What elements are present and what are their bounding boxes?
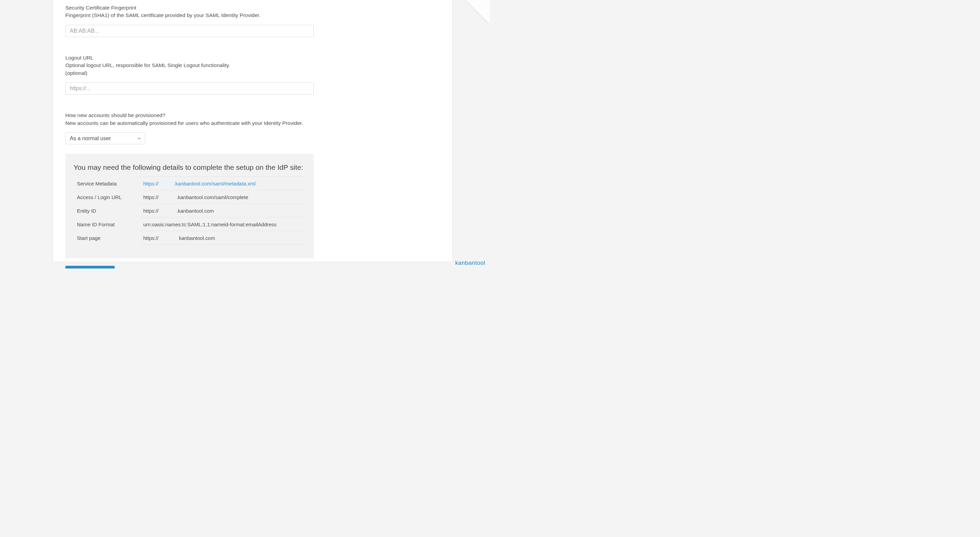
detail-label-login: Access / Login URL — [73, 190, 140, 204]
detail-row-entity: Entity ID https://xxxxxxx.kanbantool.com — [73, 204, 305, 217]
detail-value-start: https://xxxxxxxxkanbantool.com — [140, 231, 305, 245]
idp-details-heading: You may need the following details to co… — [73, 163, 305, 172]
detail-row-login: Access / Login URL https://xxxxxxx.kanba… — [73, 190, 305, 204]
detail-value-nameid: urn:oasis:names:tc:SAML:1.1:nameid-forma… — [140, 217, 305, 231]
fingerprint-desc: Fingerprint (SHA1) of the SAML certifica… — [65, 11, 440, 19]
detail-label-entity: Entity ID — [73, 204, 140, 217]
kanbantool-logo: kanbantool — [455, 260, 485, 266]
provision-label: How new accounts should be provisioned? — [65, 112, 440, 119]
logout-url-input[interactable] — [65, 82, 314, 95]
detail-value-entity: https://xxxxxxx.kanbantool.com — [140, 204, 305, 217]
logout-desc: Optional logout URL, responsible for SAM… — [65, 62, 440, 69]
provision-select[interactable]: As a normal user — [65, 132, 145, 144]
service-metadata-link[interactable]: https://xxxxxx.kanbantool.com/saml/metad… — [143, 181, 256, 186]
fingerprint-label: Security Certificate Fingerprint — [65, 4, 440, 11]
fingerprint-input[interactable] — [65, 25, 314, 37]
idp-details-box: You may need the following details to co… — [65, 154, 314, 258]
detail-row-start: Start page https://xxxxxxxxkanbantool.co… — [73, 231, 305, 245]
provision-desc: New accounts can be automatically provis… — [65, 120, 440, 127]
field-logout-url: Logout URL Optional logout URL, responsi… — [65, 54, 440, 95]
logout-label: Logout URL — [65, 54, 440, 62]
detail-row-nameid: Name ID Format urn:oasis:names:tc:SAML:1… — [73, 217, 305, 231]
corner-fold-decoration — [456, 0, 490, 34]
save-button[interactable]: Save changes — [65, 266, 115, 269]
field-provisioning: How new accounts should be provisioned? … — [65, 112, 440, 144]
detail-label-metadata: Service Metadata — [73, 177, 140, 190]
detail-label-nameid: Name ID Format — [73, 217, 140, 231]
logout-optional: (optional) — [65, 69, 440, 77]
field-fingerprint: Security Certificate Fingerprint Fingerp… — [65, 4, 440, 37]
detail-value-login: https://xxxxxxx.kanbantool.com/saml/comp… — [140, 190, 305, 204]
settings-card: Security Certificate Fingerprint Fingerp… — [53, 0, 453, 262]
detail-row-metadata: Service Metadata https://xxxxxx.kanbanto… — [73, 177, 305, 190]
detail-label-start: Start page — [73, 231, 140, 245]
